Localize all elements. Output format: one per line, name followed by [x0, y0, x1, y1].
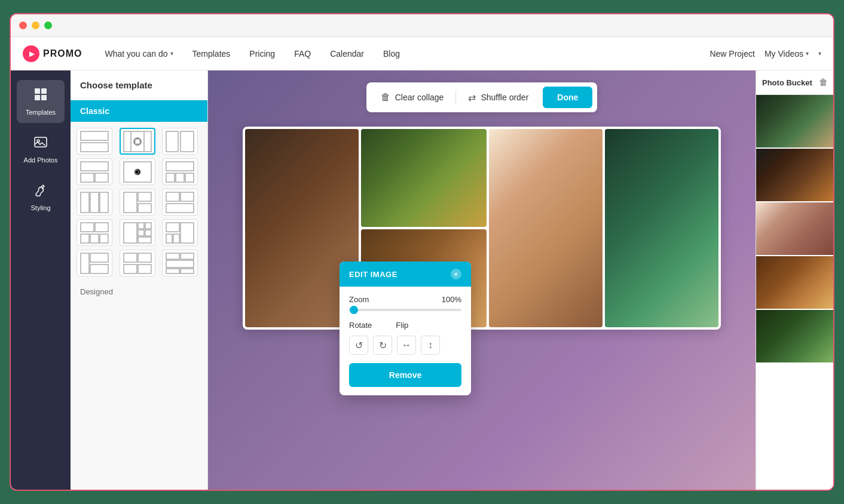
svg-rect-2: [35, 95, 40, 100]
nav-chevron-icon: ▾: [818, 50, 821, 57]
bucket-photo-1[interactable]: [756, 95, 833, 149]
template-thumb-11[interactable]: [120, 219, 155, 246]
svg-rect-10: [135, 139, 140, 144]
svg-rect-49: [124, 253, 137, 262]
bucket-photo-2[interactable]: [756, 149, 833, 202]
logo-icon: [23, 45, 39, 62]
svg-rect-26: [138, 192, 151, 201]
grid-icon: [33, 87, 48, 105]
zoom-row: Zoom 100%: [349, 295, 461, 304]
sidebar-styling-label: Styling: [30, 204, 50, 211]
zoom-slider[interactable]: [349, 309, 461, 311]
svg-rect-7: [81, 143, 108, 152]
svg-rect-8: [124, 131, 151, 152]
flip-horizontal-button[interactable]: ↔: [397, 336, 416, 355]
svg-rect-46: [81, 253, 89, 273]
svg-rect-14: [81, 173, 94, 182]
svg-rect-23: [90, 192, 99, 213]
brush-icon: [33, 183, 48, 201]
template-thumb-9[interactable]: [162, 189, 198, 216]
sidebar-templates-label: Templates: [26, 109, 56, 116]
logo[interactable]: PROMO: [23, 45, 82, 62]
designed-label: Designed: [71, 282, 207, 301]
template-thumb-3[interactable]: [162, 128, 198, 155]
bucket-delete-icon[interactable]: 🗑: [819, 78, 827, 87]
nav-links: What you can do ▾ Templates Pricing FAQ …: [96, 44, 710, 63]
sidebar-item-add-photos[interactable]: Add Photos: [17, 128, 65, 171]
my-videos-button[interactable]: My Videos ▾: [765, 49, 809, 59]
template-thumb-6[interactable]: [162, 158, 198, 185]
template-thumb-1[interactable]: [77, 128, 112, 155]
rotate-flip-row: Rotate Flip: [349, 321, 461, 330]
new-project-button[interactable]: New Project: [710, 49, 754, 59]
remove-button[interactable]: Remove: [349, 363, 461, 387]
template-thumb-15[interactable]: [162, 250, 198, 276]
svg-rect-52: [138, 265, 151, 273]
nav-right: New Project My Videos ▾ ▾: [710, 49, 821, 59]
canvas-area: 🗑 Clear collage ⇄ Shuffle order Done: [208, 70, 756, 490]
template-thumb-12[interactable]: [162, 219, 198, 246]
shuffle-icon: ⇄: [468, 92, 476, 103]
svg-rect-30: [166, 204, 194, 213]
template-thumb-8[interactable]: [120, 189, 155, 216]
canvas-toolbar: 🗑 Clear collage ⇄ Shuffle order Done: [366, 82, 598, 112]
nav-link-what-you-can-do[interactable]: What you can do ▾: [96, 44, 181, 63]
svg-rect-24: [100, 192, 108, 213]
sidebar-item-styling[interactable]: Styling: [17, 176, 65, 219]
svg-rect-21: [185, 173, 194, 182]
nav-link-templates[interactable]: Templates: [184, 44, 239, 63]
svg-rect-54: [181, 253, 194, 259]
rotate-left-button[interactable]: ↺: [349, 336, 368, 355]
template-thumb-4[interactable]: [77, 158, 112, 185]
sidebar-item-templates[interactable]: Templates: [17, 80, 65, 123]
photo-bucket: Photo Bucket 🗑: [756, 70, 833, 490]
collage-cell-3[interactable]: [489, 129, 603, 327]
shuffle-order-button[interactable]: ⇄ Shuffle order: [458, 86, 538, 109]
svg-rect-41: [138, 237, 151, 243]
template-thumb-13[interactable]: [77, 250, 112, 276]
collage-cell-4[interactable]: [605, 129, 718, 327]
rotate-label: Rotate: [349, 321, 372, 330]
done-button[interactable]: Done: [543, 87, 592, 108]
flip-vertical-button[interactable]: ↕: [421, 336, 440, 355]
svg-rect-42: [166, 223, 179, 232]
template-thumb-10[interactable]: [77, 219, 112, 246]
logo-text: PROMO: [43, 48, 82, 59]
dot-green[interactable]: [44, 21, 52, 29]
template-thumb-7[interactable]: [77, 189, 112, 216]
clear-collage-button[interactable]: 🗑 Clear collage: [371, 86, 454, 109]
nav-link-faq[interactable]: FAQ: [286, 44, 319, 63]
svg-rect-28: [166, 192, 179, 201]
rotate-right-button[interactable]: ↻: [373, 336, 392, 355]
dot-yellow[interactable]: [32, 21, 39, 29]
dot-red[interactable]: [19, 21, 27, 29]
svg-rect-36: [124, 223, 137, 243]
svg-rect-57: [181, 269, 194, 273]
bucket-photo-5[interactable]: [756, 310, 833, 364]
bucket-photo-3[interactable]: [756, 202, 833, 256]
svg-rect-56: [166, 269, 179, 273]
svg-rect-34: [90, 234, 99, 243]
svg-rect-25: [124, 192, 137, 213]
template-thumb-2[interactable]: [120, 128, 155, 155]
template-thumb-5[interactable]: [120, 158, 155, 185]
nav-link-calendar[interactable]: Calendar: [322, 44, 372, 63]
template-category-classic[interactable]: Classic: [71, 100, 207, 122]
zoom-value: 100%: [442, 295, 461, 304]
zoom-slider-thumb[interactable]: [350, 306, 358, 314]
svg-rect-3: [41, 95, 47, 100]
nav-link-pricing[interactable]: Pricing: [241, 44, 283, 63]
bucket-photo-4[interactable]: [756, 256, 833, 310]
svg-rect-38: [145, 223, 151, 229]
svg-rect-1: [41, 88, 47, 94]
collage-cell-2[interactable]: [361, 129, 487, 227]
template-thumb-14[interactable]: [120, 250, 155, 276]
svg-rect-55: [166, 260, 194, 268]
edit-popup-close-button[interactable]: ×: [451, 269, 461, 279]
nav-link-blog[interactable]: Blog: [375, 44, 408, 63]
nav-bar: PROMO What you can do ▾ Templates Pricin…: [11, 37, 833, 70]
svg-rect-44: [166, 234, 172, 243]
browser-window: PROMO What you can do ▾ Templates Pricin…: [10, 13, 834, 491]
svg-rect-31: [81, 223, 94, 232]
svg-rect-29: [181, 192, 194, 201]
